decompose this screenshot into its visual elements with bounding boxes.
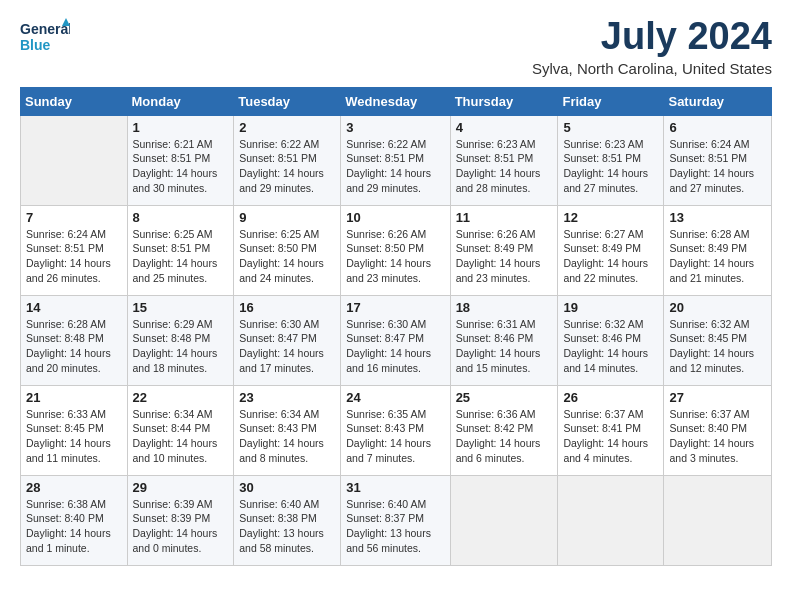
day-info: Sunrise: 6:21 AM Sunset: 8:51 PM Dayligh… bbox=[133, 137, 229, 196]
day-info: Sunrise: 6:35 AM Sunset: 8:43 PM Dayligh… bbox=[346, 407, 444, 466]
day-info: Sunrise: 6:25 AM Sunset: 8:51 PM Dayligh… bbox=[133, 227, 229, 286]
day-number: 2 bbox=[239, 120, 335, 135]
calendar-cell: 22Sunrise: 6:34 AM Sunset: 8:44 PM Dayli… bbox=[127, 385, 234, 475]
calendar-cell: 11Sunrise: 6:26 AM Sunset: 8:49 PM Dayli… bbox=[450, 205, 558, 295]
calendar-cell: 7Sunrise: 6:24 AM Sunset: 8:51 PM Daylig… bbox=[21, 205, 128, 295]
day-info: Sunrise: 6:40 AM Sunset: 8:37 PM Dayligh… bbox=[346, 497, 444, 556]
day-number: 5 bbox=[563, 120, 658, 135]
day-info: Sunrise: 6:39 AM Sunset: 8:39 PM Dayligh… bbox=[133, 497, 229, 556]
day-info: Sunrise: 6:22 AM Sunset: 8:51 PM Dayligh… bbox=[346, 137, 444, 196]
day-number: 1 bbox=[133, 120, 229, 135]
day-number: 4 bbox=[456, 120, 553, 135]
day-number: 7 bbox=[26, 210, 122, 225]
day-info: Sunrise: 6:28 AM Sunset: 8:49 PM Dayligh… bbox=[669, 227, 766, 286]
day-number: 12 bbox=[563, 210, 658, 225]
day-info: Sunrise: 6:32 AM Sunset: 8:45 PM Dayligh… bbox=[669, 317, 766, 376]
day-number: 3 bbox=[346, 120, 444, 135]
calendar-cell: 26Sunrise: 6:37 AM Sunset: 8:41 PM Dayli… bbox=[558, 385, 664, 475]
calendar-cell: 28Sunrise: 6:38 AM Sunset: 8:40 PM Dayli… bbox=[21, 475, 128, 565]
calendar-cell: 17Sunrise: 6:30 AM Sunset: 8:47 PM Dayli… bbox=[341, 295, 450, 385]
calendar-cell: 10Sunrise: 6:26 AM Sunset: 8:50 PM Dayli… bbox=[341, 205, 450, 295]
logo: General Blue bbox=[20, 16, 70, 58]
calendar-body: 1Sunrise: 6:21 AM Sunset: 8:51 PM Daylig… bbox=[21, 115, 772, 565]
calendar-col-header: Tuesday bbox=[234, 87, 341, 115]
calendar-cell: 30Sunrise: 6:40 AM Sunset: 8:38 PM Dayli… bbox=[234, 475, 341, 565]
calendar-cell: 20Sunrise: 6:32 AM Sunset: 8:45 PM Dayli… bbox=[664, 295, 772, 385]
day-info: Sunrise: 6:25 AM Sunset: 8:50 PM Dayligh… bbox=[239, 227, 335, 286]
day-info: Sunrise: 6:37 AM Sunset: 8:41 PM Dayligh… bbox=[563, 407, 658, 466]
day-info: Sunrise: 6:33 AM Sunset: 8:45 PM Dayligh… bbox=[26, 407, 122, 466]
day-info: Sunrise: 6:28 AM Sunset: 8:48 PM Dayligh… bbox=[26, 317, 122, 376]
day-number: 8 bbox=[133, 210, 229, 225]
day-number: 31 bbox=[346, 480, 444, 495]
day-info: Sunrise: 6:23 AM Sunset: 8:51 PM Dayligh… bbox=[563, 137, 658, 196]
calendar-col-header: Saturday bbox=[664, 87, 772, 115]
day-number: 11 bbox=[456, 210, 553, 225]
calendar-cell: 1Sunrise: 6:21 AM Sunset: 8:51 PM Daylig… bbox=[127, 115, 234, 205]
day-info: Sunrise: 6:30 AM Sunset: 8:47 PM Dayligh… bbox=[239, 317, 335, 376]
calendar-cell: 6Sunrise: 6:24 AM Sunset: 8:51 PM Daylig… bbox=[664, 115, 772, 205]
day-info: Sunrise: 6:27 AM Sunset: 8:49 PM Dayligh… bbox=[563, 227, 658, 286]
day-number: 20 bbox=[669, 300, 766, 315]
day-number: 24 bbox=[346, 390, 444, 405]
day-number: 27 bbox=[669, 390, 766, 405]
day-number: 15 bbox=[133, 300, 229, 315]
calendar-cell: 2Sunrise: 6:22 AM Sunset: 8:51 PM Daylig… bbox=[234, 115, 341, 205]
title-area: July 2024 Sylva, North Carolina, United … bbox=[532, 16, 772, 77]
calendar-cell: 29Sunrise: 6:39 AM Sunset: 8:39 PM Dayli… bbox=[127, 475, 234, 565]
day-info: Sunrise: 6:26 AM Sunset: 8:50 PM Dayligh… bbox=[346, 227, 444, 286]
calendar-cell: 19Sunrise: 6:32 AM Sunset: 8:46 PM Dayli… bbox=[558, 295, 664, 385]
calendar-cell: 12Sunrise: 6:27 AM Sunset: 8:49 PM Dayli… bbox=[558, 205, 664, 295]
day-info: Sunrise: 6:24 AM Sunset: 8:51 PM Dayligh… bbox=[669, 137, 766, 196]
day-number: 25 bbox=[456, 390, 553, 405]
day-info: Sunrise: 6:26 AM Sunset: 8:49 PM Dayligh… bbox=[456, 227, 553, 286]
calendar-cell: 4Sunrise: 6:23 AM Sunset: 8:51 PM Daylig… bbox=[450, 115, 558, 205]
day-info: Sunrise: 6:32 AM Sunset: 8:46 PM Dayligh… bbox=[563, 317, 658, 376]
day-info: Sunrise: 6:30 AM Sunset: 8:47 PM Dayligh… bbox=[346, 317, 444, 376]
calendar-cell: 25Sunrise: 6:36 AM Sunset: 8:42 PM Dayli… bbox=[450, 385, 558, 475]
day-number: 19 bbox=[563, 300, 658, 315]
calendar-cell: 21Sunrise: 6:33 AM Sunset: 8:45 PM Dayli… bbox=[21, 385, 128, 475]
day-number: 16 bbox=[239, 300, 335, 315]
calendar-cell: 3Sunrise: 6:22 AM Sunset: 8:51 PM Daylig… bbox=[341, 115, 450, 205]
day-number: 22 bbox=[133, 390, 229, 405]
calendar-cell: 15Sunrise: 6:29 AM Sunset: 8:48 PM Dayli… bbox=[127, 295, 234, 385]
day-number: 10 bbox=[346, 210, 444, 225]
calendar-cell: 14Sunrise: 6:28 AM Sunset: 8:48 PM Dayli… bbox=[21, 295, 128, 385]
calendar-col-header: Sunday bbox=[21, 87, 128, 115]
calendar-header-row: SundayMondayTuesdayWednesdayThursdayFrid… bbox=[21, 87, 772, 115]
calendar-cell: 9Sunrise: 6:25 AM Sunset: 8:50 PM Daylig… bbox=[234, 205, 341, 295]
day-info: Sunrise: 6:23 AM Sunset: 8:51 PM Dayligh… bbox=[456, 137, 553, 196]
calendar-week-row: 14Sunrise: 6:28 AM Sunset: 8:48 PM Dayli… bbox=[21, 295, 772, 385]
day-number: 29 bbox=[133, 480, 229, 495]
calendar-cell: 31Sunrise: 6:40 AM Sunset: 8:37 PM Dayli… bbox=[341, 475, 450, 565]
header: General Blue July 2024 Sylva, North Caro… bbox=[20, 16, 772, 77]
day-number: 18 bbox=[456, 300, 553, 315]
calendar-cell: 27Sunrise: 6:37 AM Sunset: 8:40 PM Dayli… bbox=[664, 385, 772, 475]
day-number: 21 bbox=[26, 390, 122, 405]
page-title: July 2024 bbox=[532, 16, 772, 58]
day-info: Sunrise: 6:31 AM Sunset: 8:46 PM Dayligh… bbox=[456, 317, 553, 376]
calendar-col-header: Friday bbox=[558, 87, 664, 115]
day-info: Sunrise: 6:34 AM Sunset: 8:43 PM Dayligh… bbox=[239, 407, 335, 466]
calendar-cell bbox=[21, 115, 128, 205]
svg-text:General: General bbox=[20, 21, 70, 37]
calendar-cell: 24Sunrise: 6:35 AM Sunset: 8:43 PM Dayli… bbox=[341, 385, 450, 475]
day-info: Sunrise: 6:40 AM Sunset: 8:38 PM Dayligh… bbox=[239, 497, 335, 556]
calendar-col-header: Wednesday bbox=[341, 87, 450, 115]
logo-svg: General Blue bbox=[20, 16, 70, 58]
calendar-col-header: Thursday bbox=[450, 87, 558, 115]
svg-text:Blue: Blue bbox=[20, 37, 51, 53]
calendar-cell: 5Sunrise: 6:23 AM Sunset: 8:51 PM Daylig… bbox=[558, 115, 664, 205]
calendar-cell: 8Sunrise: 6:25 AM Sunset: 8:51 PM Daylig… bbox=[127, 205, 234, 295]
calendar-cell bbox=[664, 475, 772, 565]
day-number: 9 bbox=[239, 210, 335, 225]
calendar-cell: 16Sunrise: 6:30 AM Sunset: 8:47 PM Dayli… bbox=[234, 295, 341, 385]
calendar-cell bbox=[450, 475, 558, 565]
day-number: 23 bbox=[239, 390, 335, 405]
day-info: Sunrise: 6:37 AM Sunset: 8:40 PM Dayligh… bbox=[669, 407, 766, 466]
day-number: 6 bbox=[669, 120, 766, 135]
calendar-cell: 23Sunrise: 6:34 AM Sunset: 8:43 PM Dayli… bbox=[234, 385, 341, 475]
page-subtitle: Sylva, North Carolina, United States bbox=[532, 60, 772, 77]
calendar-cell: 18Sunrise: 6:31 AM Sunset: 8:46 PM Dayli… bbox=[450, 295, 558, 385]
